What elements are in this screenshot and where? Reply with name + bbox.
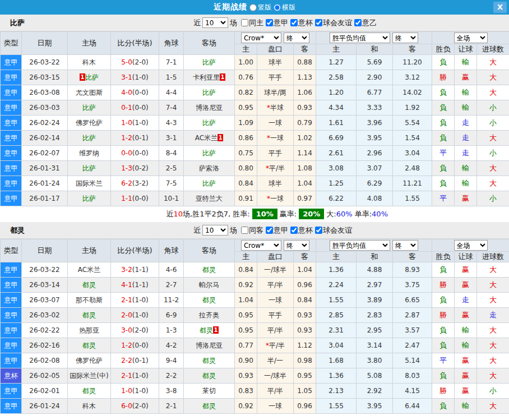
- filter-option-同主[interactable]: 同主: [239, 18, 263, 28]
- odds-away-cell: 0.93: [294, 100, 316, 116]
- horizontal-radio[interactable]: [274, 4, 281, 11]
- result-wl-cell: 平: [432, 191, 455, 206]
- result-goals-cell: 大: [477, 278, 509, 293]
- home-team-cell: 科木: [68, 399, 111, 414]
- avg-final-select[interactable]: 终: [392, 33, 418, 43]
- full-score: 5-0: [121, 58, 132, 66]
- away-team-cell: 比萨: [184, 116, 235, 131]
- filter-option-同客[interactable]: 同客: [239, 225, 263, 236]
- half-score: (0-0): [132, 104, 149, 112]
- avg-home-cell: 1.36: [316, 262, 357, 278]
- handicap-cell: 平手: [257, 146, 294, 161]
- match-type-cell: 意甲: [1, 384, 22, 399]
- date-cell: 26-02-14: [22, 131, 68, 146]
- filter-checkbox[interactable]: [290, 227, 298, 234]
- avg-final-select[interactable]: 终: [392, 240, 418, 251]
- filter-option-球会友谊[interactable]: 球会友谊: [313, 18, 352, 28]
- result-wl-cell: 負: [432, 399, 455, 414]
- score-cell: 2-0(1-0): [111, 308, 159, 323]
- result-goals-cell: 大: [477, 85, 509, 100]
- filter-checkbox[interactable]: [266, 227, 273, 234]
- col-odds-home: 主: [235, 44, 257, 55]
- layout-vertical-option[interactable]: 竖版: [249, 3, 271, 12]
- filter-checkbox[interactable]: [315, 227, 322, 234]
- filter-option-意甲[interactable]: 意甲: [263, 18, 288, 28]
- match-type-cell: 意甲: [1, 55, 22, 70]
- result-wl-cell: 負: [432, 85, 455, 100]
- avg-home-cell: 4.34: [316, 100, 357, 116]
- red-badge: 1: [213, 326, 219, 334]
- recent-count-select[interactable]: 10: [202, 17, 228, 28]
- date-cell: 26-01-24: [22, 176, 68, 191]
- result-handicap-cell: 赢: [455, 368, 477, 384]
- team-label: 比萨: [202, 58, 216, 66]
- handicap-label: 一球: [270, 134, 284, 142]
- summary-segment: 赢率:: [280, 210, 297, 218]
- full-score: 0-1: [121, 104, 132, 112]
- odds-away-cell: 0.79: [294, 116, 316, 131]
- avg-away-cell: 5.54: [393, 116, 432, 131]
- filter-checkbox[interactable]: [290, 19, 298, 26]
- away-team-cell: 比萨: [184, 176, 235, 191]
- avg-odds-select[interactable]: 胜平负均值: [330, 33, 390, 43]
- odds-source-select[interactable]: Crow*: [241, 33, 281, 43]
- avg-home-cell: 2.24: [316, 278, 357, 293]
- filter-checkbox[interactable]: [241, 227, 248, 234]
- odds-away-cell: 0.93: [294, 323, 316, 338]
- full-match-select[interactable]: 全场: [454, 240, 488, 251]
- match-row: 意甲26-02-24佛罗伦萨1-0(1-0)4-3比萨1.09一球0.791.6…: [1, 116, 509, 131]
- team-name: 都灵: [10, 225, 25, 236]
- avg-away-cell: 11.20: [393, 55, 432, 70]
- corner-cell: 2-2: [159, 368, 184, 384]
- full-match-select[interactable]: 全场: [454, 33, 488, 43]
- filter-option-意杯[interactable]: 意杯: [288, 18, 313, 28]
- avg-draw-cell: 4.08: [357, 191, 393, 206]
- result-wl-cell: 負: [432, 323, 455, 338]
- filter-checkbox[interactable]: [354, 19, 362, 26]
- date-cell: 26-02-08: [22, 353, 68, 368]
- avg-draw-cell: 2.83: [357, 308, 393, 323]
- handicap-cell: *平/半: [257, 161, 294, 176]
- filter-option-意乙[interactable]: 意乙: [352, 18, 377, 28]
- filter-checkbox[interactable]: [266, 19, 273, 26]
- avg-away-cell: 6.44: [393, 399, 432, 414]
- score-cell: 3-0(2-0): [111, 323, 159, 338]
- odds-home-cell: 0.90: [235, 353, 257, 368]
- filter-matches-label: 场: [230, 18, 237, 28]
- filter-option-球会友谊[interactable]: 球会友谊: [313, 225, 352, 236]
- filter-option-意甲[interactable]: 意甲: [263, 225, 288, 236]
- odds-final-select[interactable]: 终: [284, 33, 309, 43]
- handicap-cell: *平/半: [257, 338, 294, 353]
- avg-away-cell: 8.93: [393, 262, 432, 278]
- score-cell: 1-3(0-2): [111, 161, 159, 176]
- home-team-cell: 比萨: [68, 191, 111, 206]
- result-wl-cell: 勝: [432, 308, 455, 323]
- odds-final-select[interactable]: 终: [284, 240, 309, 251]
- date-cell: 26-01-17: [22, 191, 68, 206]
- date-cell: 26-02-22: [22, 323, 68, 338]
- avg-away-cell: 8.03: [393, 368, 432, 384]
- handicap-label: 一/球半: [264, 372, 286, 380]
- handicap-label: 一球: [269, 296, 282, 304]
- corner-cell: 4-4: [159, 85, 184, 100]
- odds-home-cell: 1.04: [235, 293, 257, 308]
- score-cell: 2-1(1-0): [111, 293, 159, 308]
- layout-horizontal-option[interactable]: 横版: [274, 3, 295, 12]
- odds-home-cell: 0.92: [235, 278, 257, 293]
- vertical-radio[interactable]: [249, 4, 257, 11]
- odds-source-select[interactable]: Crow*: [241, 240, 281, 251]
- filter-checkbox[interactable]: [241, 19, 248, 26]
- filter-option-意杯[interactable]: 意杯: [288, 225, 313, 236]
- team-label: 比萨: [202, 119, 216, 127]
- corner-cell: 11-2: [159, 293, 184, 308]
- handicap-cell: *一球: [257, 191, 294, 206]
- filter-checkbox[interactable]: [315, 19, 322, 26]
- recent-count-select[interactable]: 10: [202, 225, 228, 236]
- handicap-cell: 一/球半: [257, 262, 294, 278]
- full-score: 0-0: [121, 149, 132, 157]
- corner-cell: 4-6: [159, 262, 184, 278]
- close-button[interactable]: X: [493, 2, 507, 13]
- avg-draw-cell: 2.96: [357, 146, 393, 161]
- avg-odds-select[interactable]: 胜平负均值: [330, 240, 390, 251]
- odds-away-cell: 1.06: [294, 85, 316, 100]
